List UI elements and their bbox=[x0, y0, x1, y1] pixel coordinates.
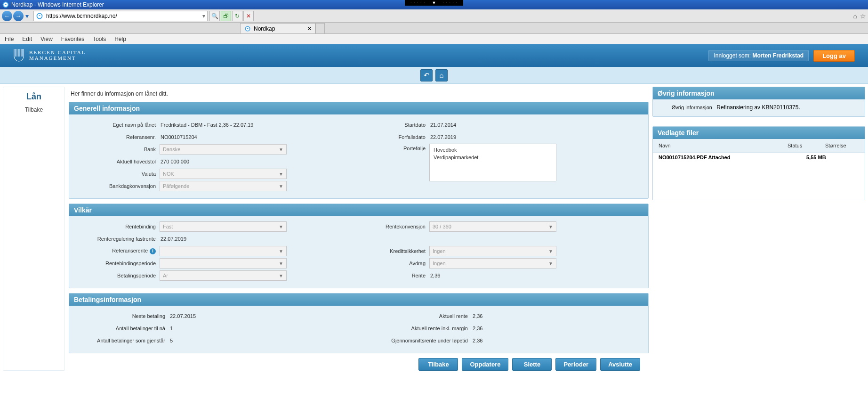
avslutte-button[interactable]: Avslutte bbox=[600, 358, 640, 371]
menu-help[interactable]: Help bbox=[114, 36, 126, 42]
label-kredittsikkerhet: Kredittsikkerhet bbox=[368, 248, 429, 254]
menu-tools[interactable]: Tools bbox=[93, 36, 106, 42]
ie-favicon-icon bbox=[36, 12, 43, 20]
select-rentebinding[interactable]: Fast▼ bbox=[160, 221, 287, 232]
select-kredittsikkerhet[interactable]: Ingen▼ bbox=[429, 246, 556, 256]
oppdatere-button[interactable]: Oppdatere bbox=[462, 358, 508, 371]
stop-button[interactable]: ✕ bbox=[243, 11, 254, 21]
nav-back-button[interactable]: ← bbox=[2, 11, 12, 21]
files-col-status: Status bbox=[786, 142, 823, 149]
chevron-down-icon: ▼ bbox=[279, 184, 283, 189]
left-nav: Lån Tilbake bbox=[3, 87, 65, 371]
browser-tab[interactable]: Nordkap × bbox=[240, 23, 315, 33]
value-neste-betaling: 22.07.2015 bbox=[169, 313, 196, 319]
value-eget-navn: Fredrikstad - DBM - Fast 2,36 - 22.07.19 bbox=[160, 122, 253, 128]
window-title-text: Nordkap - Windows Internet Explorer bbox=[11, 1, 104, 8]
select-valuta[interactable]: NOK▼ bbox=[160, 169, 287, 179]
logout-button[interactable]: Logg av bbox=[813, 50, 855, 62]
label-antall-gjenstar: Antall betalinger som gjenstår bbox=[75, 338, 169, 343]
label-valuta: Valuta bbox=[75, 171, 160, 177]
label-bankdagkonv: Bankdagkonvensjon bbox=[75, 183, 160, 189]
logo-icon bbox=[13, 49, 24, 62]
address-input[interactable] bbox=[45, 11, 201, 21]
nav-section-title: Lån bbox=[3, 87, 64, 104]
panel-other-info: Øvrig informasjon Øvrig informasjon Refi… bbox=[652, 87, 865, 117]
nav-dropdown[interactable]: ▾ bbox=[25, 12, 29, 20]
label-antall-til-na: Antall betalinger til nå bbox=[75, 325, 169, 331]
value-antall-gjenstar: 5 bbox=[169, 338, 173, 343]
address-dropdown-icon[interactable]: ▾ bbox=[201, 13, 207, 19]
value-referansenr: NO0010715204 bbox=[160, 134, 197, 140]
portefolje-item[interactable]: Verdipapirmarkedet bbox=[434, 155, 552, 160]
select-avdrag[interactable]: Ingen▼ bbox=[429, 258, 556, 269]
search-button[interactable]: 🔍 bbox=[209, 11, 220, 21]
files-header-row: Navn Status Størrelse bbox=[653, 139, 865, 153]
toolbar-home-button[interactable]: ⌂ bbox=[435, 69, 448, 81]
label-gjsnitt-rente: Gjennomsnittsrente under løpetid bbox=[368, 338, 472, 343]
chevron-down-icon: ▼ bbox=[279, 147, 283, 152]
value-startdato: 21.07.2014 bbox=[429, 122, 456, 128]
label-neste-betaling: Neste betaling bbox=[75, 313, 169, 319]
nav-back-link[interactable]: Tilbake bbox=[3, 104, 64, 116]
menu-favorites[interactable]: Favorites bbox=[61, 36, 84, 42]
files-col-size: Størrelse bbox=[823, 142, 861, 149]
menu-view[interactable]: View bbox=[40, 36, 53, 42]
tab-close-button[interactable]: × bbox=[308, 25, 311, 32]
label-startdato: Startdato bbox=[368, 122, 429, 128]
panel-payment: Betalingsinformasjon Neste betaling22.07… bbox=[69, 293, 649, 353]
label-eget-navn: Eget navn på lånet bbox=[75, 122, 160, 128]
address-bar[interactable]: ▾ bbox=[33, 11, 208, 21]
select-bank[interactable]: Danske▼ bbox=[160, 144, 287, 155]
perioder-button[interactable]: Perioder bbox=[555, 358, 596, 371]
chevron-down-icon: ▼ bbox=[279, 273, 283, 278]
select-bankdagkonv[interactable]: Påfølgende▼ bbox=[160, 181, 287, 191]
label-bank: Bank bbox=[75, 146, 160, 152]
menu-edit[interactable]: Edit bbox=[22, 36, 32, 42]
home-icon[interactable]: ⌂ bbox=[853, 12, 857, 20]
label-rentekonvensjon: Rentekonvensjon bbox=[368, 224, 429, 229]
select-referanserente[interactable]: ▼ bbox=[160, 246, 287, 256]
action-bar: Tilbake Oppdatere Slette Perioder Avslut… bbox=[69, 358, 649, 371]
value-renteregulering: 22.07.2019 bbox=[160, 236, 186, 242]
label-referansenr: Referansenr. bbox=[75, 134, 160, 140]
portefolje-item[interactable]: Hovedbok bbox=[434, 147, 552, 153]
panel-other-info-header: Øvrig informasjon bbox=[653, 87, 865, 99]
label-renteregulering: Renteregulering fastrente bbox=[75, 236, 160, 242]
chevron-down-icon: ▼ bbox=[548, 261, 553, 266]
ie-menu-bar: File Edit View Favorites Tools Help bbox=[0, 34, 868, 44]
chevron-down-icon: ▼ bbox=[279, 224, 283, 229]
select-rentekonvensjon[interactable]: 30 / 360▼ bbox=[429, 221, 556, 232]
nav-forward-button[interactable]: → bbox=[13, 11, 24, 21]
panel-terms: Vilkår Rentebinding Fast▼ Renteregulerin… bbox=[69, 203, 649, 288]
refresh-button[interactable]: ↻ bbox=[232, 11, 242, 21]
select-rentebindingsperiode[interactable]: ▼ bbox=[160, 258, 287, 269]
chevron-down-icon: ▼ bbox=[548, 224, 553, 229]
menu-file[interactable]: File bbox=[5, 36, 14, 42]
file-status: Attached bbox=[708, 155, 730, 160]
slette-button[interactable]: Slette bbox=[512, 358, 552, 371]
portefolje-listbox[interactable]: Hovedbok Verdipapirmarkedet bbox=[429, 144, 556, 181]
panel-general-header: Generell informasjon bbox=[69, 102, 648, 114]
files-row[interactable]: NO0010715204.PDF Attached 5,55 MB bbox=[657, 154, 861, 161]
label-rentebindingsperiode: Rentebindingsperiode bbox=[75, 260, 160, 266]
label-aktuell-rente: Aktuell rente bbox=[368, 313, 472, 319]
value-rente: 2,36 bbox=[429, 273, 440, 278]
label-referanserente: Referanserentei bbox=[75, 248, 160, 254]
favorites-icon[interactable]: ☆ bbox=[860, 12, 866, 20]
compat-button[interactable]: 🗗 bbox=[221, 11, 231, 21]
ie-nav-bar: ← → ▾ ▾ 🔍 🗗 ↻ ✕ ⌂ ☆ bbox=[0, 9, 868, 23]
toolbar-back-button[interactable]: ↶ bbox=[420, 69, 433, 81]
label-rente: Rente bbox=[368, 273, 429, 278]
brand-line2: MANAGEMENT bbox=[29, 56, 86, 61]
value-aktuell-rente-margin: 2,36 bbox=[472, 325, 482, 331]
tab-title: Nordkap bbox=[254, 25, 275, 32]
select-betalingsperiode[interactable]: År▼ bbox=[160, 270, 287, 281]
info-icon[interactable]: i bbox=[150, 248, 156, 254]
new-tab-button[interactable] bbox=[315, 23, 325, 33]
panel-files: Vedlagte filer Navn Status Størrelse NO0… bbox=[652, 126, 865, 200]
value-antall-til-na: 1 bbox=[169, 325, 173, 331]
chevron-down-icon: ▼ bbox=[548, 249, 553, 254]
file-name: NO0010715204.PDF bbox=[659, 155, 707, 160]
tilbake-button[interactable]: Tilbake bbox=[418, 358, 458, 371]
files-col-name: Navn bbox=[657, 142, 751, 149]
